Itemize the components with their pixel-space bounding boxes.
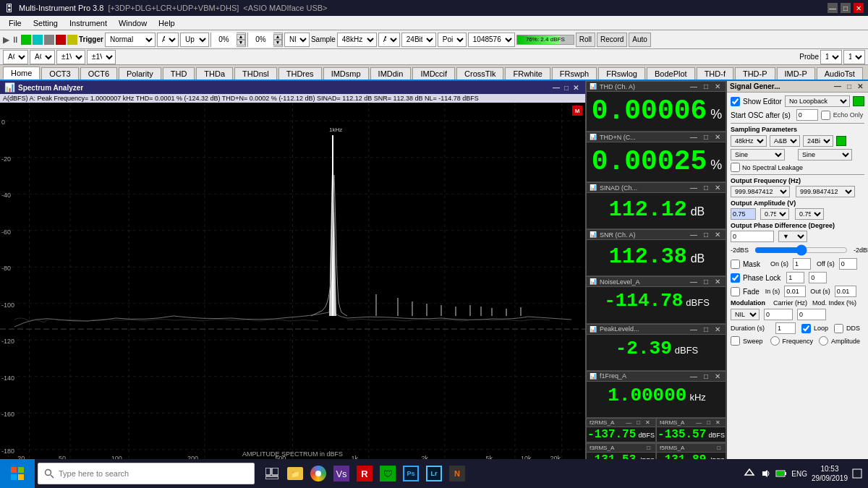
- auto-button[interactable]: Auto: [629, 33, 651, 47]
- phase-unit-select[interactable]: ▼: [778, 231, 807, 242]
- pct1-input[interactable]: [211, 33, 237, 47]
- range1-select[interactable]: ±1V: [56, 50, 85, 64]
- photo-icon[interactable]: Ps: [402, 465, 420, 482]
- thdn-x[interactable]: ✕: [712, 133, 723, 141]
- echo-only-checkbox[interactable]: [821, 111, 830, 120]
- loopback-select[interactable]: No Loopback: [785, 95, 850, 107]
- thd-x[interactable]: ✕: [712, 82, 723, 90]
- task-view-icon[interactable]: [263, 465, 281, 482]
- tab-bodeplot[interactable]: BodePlot: [647, 67, 695, 80]
- amp2-select[interactable]: 0.75: [795, 208, 824, 220]
- f1freq-box[interactable]: □: [702, 372, 710, 380]
- pct2-input[interactable]: [248, 33, 273, 47]
- phase-lock-val2[interactable]: [809, 272, 827, 283]
- fade-out-input[interactable]: [835, 286, 856, 297]
- file-explorer-icon[interactable]: 📁: [286, 465, 304, 482]
- tab-imdp[interactable]: IMD-P: [777, 67, 815, 80]
- f1freq-dash[interactable]: —: [688, 372, 699, 380]
- sinad-dash[interactable]: —: [688, 184, 699, 192]
- waveform2-select[interactable]: Sine: [798, 149, 852, 160]
- tab-frwhite[interactable]: FRwhite: [505, 67, 550, 80]
- sig-sample-rate-select[interactable]: 48kHz: [731, 135, 767, 147]
- lr-icon[interactable]: Lr: [425, 465, 443, 482]
- snr-dash[interactable]: —: [688, 231, 699, 239]
- f1freq-x[interactable]: ✕: [712, 372, 723, 380]
- minimize-button[interactable]: —: [827, 3, 838, 13]
- tab-frswlog[interactable]: FRswlog: [598, 67, 645, 80]
- pct1-spinner[interactable]: ▲▼: [237, 34, 245, 46]
- waveform1-select[interactable]: Sine: [731, 149, 785, 160]
- dds-checkbox[interactable]: [834, 324, 843, 333]
- noise-dash[interactable]: —: [688, 278, 699, 286]
- f2rms-x[interactable]: ✕: [643, 419, 652, 426]
- spectrum-maximize[interactable]: □: [562, 84, 571, 92]
- menu-setting[interactable]: Setting: [27, 16, 64, 30]
- sig-channel-select[interactable]: A&B: [770, 135, 800, 147]
- f4rms-dash[interactable]: —: [694, 419, 704, 426]
- vs-icon[interactable]: Vs: [333, 465, 350, 482]
- mask-checkbox[interactable]: [731, 260, 740, 269]
- spectrum-minimize[interactable]: —: [550, 84, 562, 92]
- phase-lock-val1[interactable]: [786, 272, 804, 283]
- f2rms-box[interactable]: □: [634, 419, 642, 426]
- notification-icon[interactable]: [852, 468, 862, 479]
- carrier-input[interactable]: [764, 309, 793, 320]
- browser-icon[interactable]: [310, 465, 327, 482]
- channel-a-select[interactable]: A: [157, 33, 179, 47]
- r-icon[interactable]: R: [356, 465, 373, 482]
- tab-imdsmp[interactable]: IMDsmp: [323, 67, 369, 80]
- freq1-select[interactable]: 999.9847412: [731, 186, 790, 197]
- close-button[interactable]: ✕: [854, 3, 864, 13]
- ni-icon[interactable]: N: [448, 465, 466, 482]
- f4rms-box[interactable]: □: [705, 419, 712, 426]
- sweep-checkbox[interactable]: [731, 336, 740, 346]
- tab-imddin[interactable]: IMDdin: [370, 67, 412, 80]
- start-osc-input[interactable]: [796, 109, 818, 121]
- maximize-button[interactable]: □: [841, 3, 851, 13]
- mod-index-input[interactable]: [797, 309, 826, 320]
- thdn-dash[interactable]: —: [688, 133, 699, 141]
- pct2-spinner[interactable]: ▲▼: [273, 34, 282, 46]
- menu-file[interactable]: File: [3, 16, 27, 30]
- phase-lock-checkbox[interactable]: [731, 273, 740, 283]
- direction-select[interactable]: Up: [180, 33, 209, 47]
- point-value-select[interactable]: 1048576: [468, 33, 515, 47]
- f3rms-box[interactable]: □: [644, 445, 652, 451]
- thd-box[interactable]: □: [702, 82, 710, 90]
- probe2-select[interactable]: 1: [843, 50, 865, 64]
- amp1-input[interactable]: [731, 208, 756, 220]
- sig-gen-box[interactable]: □: [845, 82, 854, 90]
- f2rms-dash[interactable]: —: [624, 419, 634, 426]
- show-editor-checkbox[interactable]: [731, 97, 740, 106]
- menu-window[interactable]: Window: [113, 16, 153, 30]
- tab-thda[interactable]: THDa: [196, 67, 233, 80]
- sig-gen-dash[interactable]: —: [832, 82, 843, 90]
- tab-thd[interactable]: THD: [163, 67, 195, 80]
- f5rms-box[interactable]: □: [715, 445, 723, 451]
- f4rms-x[interactable]: ✕: [713, 419, 723, 426]
- bit-depth-select[interactable]: 24Bit: [401, 33, 436, 47]
- snr-x[interactable]: ✕: [712, 231, 723, 239]
- sig-gen-x[interactable]: ✕: [855, 82, 865, 90]
- noise-x[interactable]: ✕: [712, 278, 723, 286]
- range2-select[interactable]: ±1V: [87, 50, 116, 64]
- shield-icon[interactable]: 🛡: [379, 465, 396, 482]
- on-input[interactable]: [793, 258, 811, 270]
- menu-help[interactable]: Help: [153, 16, 181, 30]
- tab-imdccif[interactable]: IMDccif: [412, 67, 455, 80]
- fade-in-input[interactable]: [784, 286, 806, 297]
- fade-checkbox[interactable]: [731, 287, 740, 296]
- start-button[interactable]: [0, 459, 35, 488]
- tab-audiotst[interactable]: AudioTst: [817, 67, 863, 80]
- taskbar-search-input[interactable]: [59, 469, 248, 478]
- tab-thdres[interactable]: THDres: [278, 67, 322, 80]
- sinad-box[interactable]: □: [702, 184, 710, 192]
- tab-frswph[interactable]: FRswph: [552, 67, 597, 80]
- sig-bit-select[interactable]: 24Bit: [803, 135, 833, 147]
- no-spectral-checkbox[interactable]: [731, 163, 740, 172]
- tab-crosstlk[interactable]: CrossTlk: [456, 67, 503, 80]
- ac2-select[interactable]: AC: [30, 50, 55, 64]
- spectrum-plot[interactable]: M: [0, 103, 585, 468]
- spectrum-close[interactable]: ✕: [571, 84, 581, 92]
- sinad-x[interactable]: ✕: [712, 184, 723, 192]
